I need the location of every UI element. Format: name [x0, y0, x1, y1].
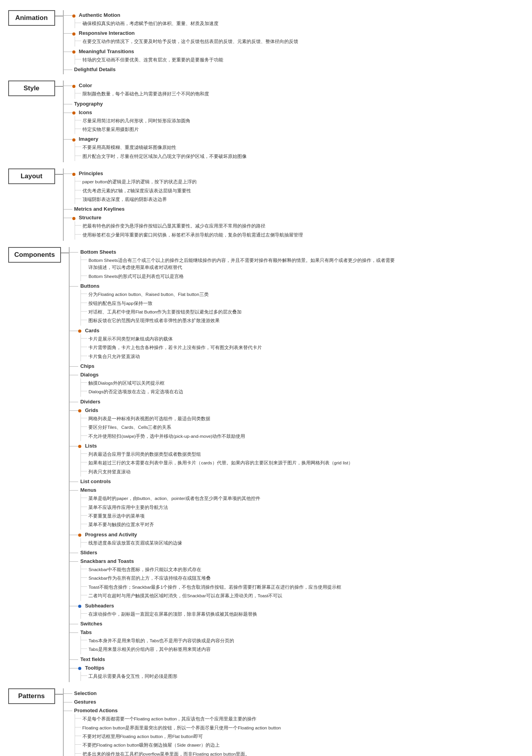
leaf-12-0: Snackbar中不能包含图标，操作只能以文本的形式存在: [81, 566, 524, 573]
leaf-12-1: Snackbar作为在所有层的上方，不应该持续存在或阻互堆叠: [81, 574, 524, 582]
group-body-15: TabsTabs本身并不是用来导航的，Tabs也不是用于内容切换或是内容分页的T…: [78, 629, 524, 654]
leaf-3-0: 不要采用高斯模糊、重度滤镜破坏图像原始性: [75, 143, 524, 151]
leaf-15-0: Tabs本身并不是用来导航的，Tabs也不是用于内容切换或是内容分页的: [81, 637, 524, 645]
group-label-row-3: Chips: [78, 362, 96, 370]
leaf-hline-2-2: [75, 736, 81, 736]
leaf-text-15-0: Tabs本身并不是用来导航的，Tabs也不是用于内容切换或是内容分页的: [87, 637, 235, 645]
leaf-text-1-2: 对话框、工具栏中使用Flat Button作为主要按钮类型以避免过多的层次叠加: [87, 308, 243, 316]
group-hline-3: [64, 139, 72, 140]
group-animation-1: Responsive Interaction在要交互动作的情况下，交互要及时给予…: [64, 29, 524, 46]
group-body-0: Bottom SheetsBottom Sheets适合有三个或三个以上的操作之…: [78, 248, 524, 281]
group-children-1: 在要交互动作的情况下，交互要及时给予反馈，这个反馈包括表层的反馈、元素的反馈、整…: [75, 37, 524, 46]
group-label-1: Responsive Interaction: [77, 29, 137, 37]
group-label-row-2: Promoted Actions: [72, 707, 524, 714]
leaf-hline-2-4: [75, 753, 81, 754]
group-label-0: Selection: [72, 690, 99, 697]
group-label-0: Principles: [77, 170, 105, 177]
leaf-hline-0-0: [75, 181, 81, 181]
group-label-3: Chips: [78, 362, 96, 370]
group-label-row-2: Meaningful Transitions: [72, 48, 524, 55]
group-body-7: Lists列表最适合应用于显示同类的数据类型或者数据类型组如果有超过三行的文本需…: [78, 442, 524, 477]
group-label-row-14: Switches: [78, 620, 104, 627]
leaf-text-12-2: Toast不能包含操作；Snackbar最多1个操作，不包含取消操作按钮。若操作…: [87, 583, 342, 591]
leaf-text-2-0: 不是每个界面都需要一个Floating action button，其应该包含一…: [81, 715, 258, 723]
group-label-row-3: Delightful Details: [72, 66, 118, 73]
group-children-2: 卡片是展示不同类型对象组成内容的载体卡片需带圆角，卡片上包含各种操作，若卡片上没…: [81, 334, 524, 361]
group-patterns-0: Selection: [64, 690, 524, 697]
group-hline-2: [64, 52, 72, 52]
leaf-17-0: 工具提示需要具备交互性，同时必须是图形: [81, 672, 524, 680]
group-label-9: Menus: [78, 486, 98, 494]
group-components-8: List controls: [70, 478, 524, 485]
group-components-14: Switches: [70, 620, 524, 627]
group-hline-0: [64, 693, 72, 694]
leaf-9-2: 不要重复显示选中的菜单项: [81, 512, 524, 520]
group-label-row-16: Text fields: [78, 656, 107, 663]
group-body-0: Authentic Motion确保模拟真实的动画，考虑赋予他们的体积、重量、材…: [72, 11, 524, 28]
group-style-2: Icons尽量采用简洁对称的几何形状，同时矩形应添加圆角特定实物尽量采用摄影图片: [64, 109, 524, 134]
leaf-hline-2-0: [75, 718, 81, 718]
leaf-text-1-0: 分为Floating action button、Raised button、F…: [87, 290, 210, 298]
leaf-text-6-2: 不允许使用轻扫(swipe)手势，选中并移动(pick-up-and-move)…: [87, 432, 246, 440]
group-label-row-15: Tabs: [78, 629, 524, 636]
leaf-4-1: Dialogs的否定选项放在左边，肯定选项在右边: [81, 388, 524, 396]
group-hline-13: [70, 606, 78, 606]
leaf-text-9-1: 菜单不应该用作应用中主要的导航方法: [87, 503, 169, 511]
leaf-text-2-1: 卡片需带圆角，卡片上包含各种操作，若卡片上没有操作，可有图文列表来替代卡片: [87, 344, 263, 351]
group-label-row-2: Icons: [72, 109, 524, 116]
leaf-text-2-1: 特定实物尽量采用摄影图片: [81, 125, 140, 133]
group-label-3: Delightful Details: [72, 66, 118, 73]
group-label-row-1: Responsive Interaction: [72, 29, 524, 37]
group-components-0: Bottom SheetsBottom Sheets适合有三个或三个以上的操作之…: [70, 248, 524, 281]
leaf-1-2: 对话框、工具栏中使用Flat Button作为主要按钮类型以避免过多的层次叠加: [81, 308, 524, 316]
group-hline-15: [70, 632, 78, 633]
leaf-text-7-2: 列表只支持竖直滚动: [87, 468, 132, 476]
group-body-0: Color限制颜色数量，每个基础色上均需要选择好三个不同的饱和度: [72, 82, 524, 99]
leaf-0-1: 优先考虑元素的Z轴，Z轴深度应该表达层级与重要性: [75, 187, 524, 195]
group-hline-2: [70, 331, 78, 331]
group-components-15: TabsTabs本身并不是用来导航的，Tabs也不是用于内容切换或是内容分页的T…: [70, 629, 524, 654]
group-label-row-13: Subheaders: [78, 602, 524, 609]
group-children-1: 分为Floating action button、Raised button、F…: [81, 290, 524, 326]
leaf-hline-2-1: [75, 234, 81, 235]
leaf-2-0: 卡片是展示不同类型对象组成内容的载体: [81, 335, 524, 343]
leaf-hline-2-1: [75, 129, 81, 129]
group-animation-0: Authentic Motion确保模拟真实的动画，考虑赋予他们的体积、重量、材…: [64, 11, 524, 28]
section-layout: LayoutPrinciplespaper button的逻辑是上浮的逻辑，按下…: [8, 168, 524, 241]
leaf-2-0: 不是每个界面都需要一个Floating action button，其应该包含一…: [75, 715, 524, 723]
group-components-4: Dialogs触摸Dialogs外的区域可以关闭提示框Dialogs的否定选项放…: [70, 371, 524, 397]
leaf-text-9-3: 菜单不要与触摸的位置水平对齐: [87, 521, 155, 528]
group-label-row-0: Selection: [72, 690, 99, 697]
leaf-hline-2-2: [81, 356, 87, 356]
leaf-1-0: 分为Floating action button、Raised button、F…: [81, 290, 524, 298]
leaf-text-0-1: Bottom Sheets的形式可以是列表也可以是宫格: [87, 272, 184, 280]
leaf-0-2: 顶端阴影表达深度，底端的阴影表达边界: [75, 195, 524, 203]
group-label-2: Icons: [77, 109, 94, 116]
leaf-text-4-1: Dialogs的否定选项放在左边，肯定选项在右边: [87, 388, 184, 396]
group-label-row-11: Sliders: [78, 549, 99, 556]
group-children-10: 线形进度条应该放置在页眉或某块区域的边缘: [81, 538, 524, 548]
group-children-0: Bottom Sheets适合有三个或三个以上的操作之后能继续操作的内容，并且不…: [81, 256, 524, 281]
leaf-text-12-0: Snackbar中不能包含图标，操作只能以文本的形式存在: [87, 566, 202, 573]
group-hline-11: [70, 553, 78, 553]
group-label-1: Buttons: [78, 282, 101, 290]
group-hline-16: [70, 659, 78, 660]
leaf-text-12-1: Snackbar作为在所有层的上方，不应该持续存在或阻互堆叠: [87, 574, 212, 582]
group-label-0: Bottom Sheets: [78, 248, 118, 256]
group-body-12: Snackbars and ToastsSnackbar中不能包含图标，操作只能…: [78, 557, 524, 601]
group-label-row-3: Imagery: [72, 135, 524, 143]
leaf-hline-6-1: [81, 426, 87, 427]
leaf-hline-1-1: [81, 303, 87, 303]
leaf-2-0: 尽量采用简洁对称的几何形状，同时矩形应添加圆角: [75, 117, 524, 125]
leaf-text-2-1: 使用标签栏在少量同等重要的窗口间切换，标签栏不承担导航的功能，复杂的导航需通过左…: [81, 231, 304, 239]
leaf-hline-10-0: [81, 542, 87, 543]
leaf-hline-0-1: [75, 190, 81, 190]
group-hline-2: [64, 218, 72, 218]
leaf-6-2: 不允许使用轻扫(swipe)手势，选中并移动(pick-up-and-move)…: [81, 432, 524, 440]
group-components-2: Cards卡片是展示不同类型对象组成内容的载体卡片需带圆角，卡片上包含各种操作，…: [70, 327, 524, 361]
leaf-text-0-0: 确保模拟真实的动画，考虑赋予他们的体积、重量、材质及加速度: [81, 20, 220, 27]
leaf-text-3-1: 图片配合文字时，尽量在特定区域加入凸现文字的保护区域，不要破坏原始图像: [81, 152, 248, 160]
group-body-4: Dialogs触摸Dialogs外的区域可以关闭提示框Dialogs的否定选项放…: [78, 371, 524, 397]
group-hline-6: [70, 410, 78, 411]
group-hline-17: [70, 668, 78, 668]
